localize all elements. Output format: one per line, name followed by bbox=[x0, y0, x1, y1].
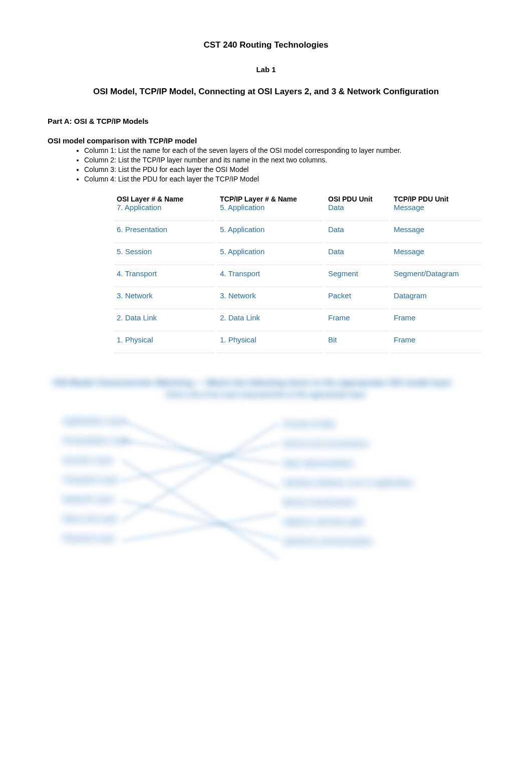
match-left-item: Presentation Layer bbox=[63, 436, 130, 445]
match-right-item: Interhost communication bbox=[283, 537, 414, 545]
cell-opdu: Segment bbox=[324, 269, 390, 291]
svg-line-6 bbox=[123, 514, 278, 541]
matching-lines bbox=[118, 414, 288, 584]
cell-osi: 6. Presentation bbox=[113, 225, 216, 247]
comparison-heading: OSI model comparison with TCP/IP model bbox=[48, 136, 484, 145]
lab-title: Lab 1 bbox=[48, 65, 484, 74]
match-right-item: Format of data bbox=[283, 420, 414, 428]
cell-osi: 2. Data Link bbox=[113, 313, 216, 335]
match-right-item: Interface between user & application bbox=[283, 478, 414, 487]
svg-line-0 bbox=[123, 421, 278, 489]
cell-tcp: 3. Network bbox=[216, 291, 324, 313]
match-left-item: Data Link Layer bbox=[63, 514, 130, 523]
match-right-item: Binary transmission bbox=[283, 498, 414, 506]
cell-opdu: Bit bbox=[324, 335, 390, 357]
svg-line-5 bbox=[123, 424, 278, 521]
match-left-item: Transport Layer bbox=[63, 475, 130, 484]
column-desc-item: Column 3: List the PDU for each layer th… bbox=[84, 165, 484, 174]
match-left-item: Physical Layer bbox=[63, 534, 130, 542]
blurred-section: OSI Model Characteristic Matching — Matc… bbox=[48, 377, 484, 593]
cell-opdu: Data bbox=[324, 247, 390, 269]
table-header-opdu: OSI PDU Unit bbox=[324, 193, 390, 203]
match-right-item: Address and best path bbox=[283, 517, 414, 526]
cell-tpdu: Datagram bbox=[390, 291, 483, 313]
matching-area: Application Layer Presentation Layer Ses… bbox=[48, 417, 484, 577]
cell-tcp: 5. Application bbox=[216, 203, 324, 225]
column-description-list: Column 1: List the name for each of the … bbox=[75, 146, 484, 184]
document-subtitle: OSI Model, TCP/IP Model, Connecting at O… bbox=[48, 87, 484, 97]
cell-tpdu: Segment/Datagram bbox=[390, 269, 483, 291]
cell-tpdu: Message bbox=[390, 247, 483, 269]
osi-tcpip-table: OSI Layer # & Name TCP/IP Layer # & Name… bbox=[113, 193, 483, 357]
match-right-item: Data representation bbox=[283, 459, 414, 467]
blurred-subheading: Draw a line from each characteristic to … bbox=[48, 391, 484, 399]
svg-line-1 bbox=[123, 441, 278, 464]
svg-line-3 bbox=[123, 444, 278, 481]
match-left-item: Session Layer bbox=[63, 456, 130, 464]
cell-tpdu: Message bbox=[390, 225, 483, 247]
blurred-heading: OSI Model Characteristic Matching — Matc… bbox=[48, 377, 484, 388]
cell-tcp: 4. Transport bbox=[216, 269, 324, 291]
column-desc-item: Column 2: List the TCP/IP layer number a… bbox=[84, 155, 484, 165]
table-header-tcp: TCP/IP Layer # & Name bbox=[216, 193, 324, 203]
cell-tpdu: Frame bbox=[390, 313, 483, 335]
table-header-tpdu: TCP/IP PDU Unit bbox=[390, 193, 483, 203]
cell-osi: 1. Physical bbox=[113, 335, 216, 357]
cell-osi: 5. Session bbox=[113, 247, 216, 269]
cell-opdu: Packet bbox=[324, 291, 390, 313]
cell-tcp: 5. Application bbox=[216, 225, 324, 247]
cell-opdu: Frame bbox=[324, 313, 390, 335]
cell-opdu: Data bbox=[324, 225, 390, 247]
course-title: CST 240 Routing Technologies bbox=[48, 40, 484, 50]
cell-tcp: 2. Data Link bbox=[216, 313, 324, 335]
svg-line-4 bbox=[123, 501, 278, 539]
svg-line-2 bbox=[123, 461, 278, 559]
match-left-item: Application Layer bbox=[63, 417, 130, 425]
cell-osi: 4. Transport bbox=[113, 269, 216, 291]
table-header-osi: OSI Layer # & Name bbox=[113, 193, 216, 203]
cell-tpdu: Message bbox=[390, 203, 483, 225]
cell-tcp: 5. Application bbox=[216, 247, 324, 269]
cell-tpdu: Frame bbox=[390, 335, 483, 357]
cell-osi: 3. Network bbox=[113, 291, 216, 313]
cell-osi: 7. Application bbox=[113, 203, 216, 225]
cell-opdu: Data bbox=[324, 203, 390, 225]
column-desc-item: Column 1: List the name for each of the … bbox=[84, 146, 484, 155]
part-a-heading: Part A: OSI & TCP/IP Models bbox=[48, 117, 484, 125]
match-right-item: End-to-end connections bbox=[283, 439, 414, 448]
cell-tcp: 1. Physical bbox=[216, 335, 324, 357]
match-left-item: Network Layer bbox=[63, 495, 130, 503]
column-desc-item: Column 4: List the PDU for each layer th… bbox=[84, 174, 484, 184]
